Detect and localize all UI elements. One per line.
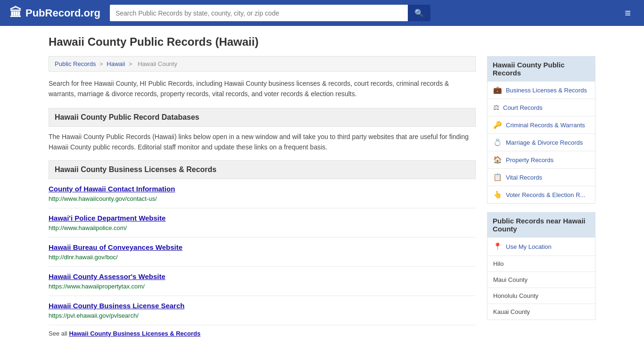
key-icon: 🔑	[493, 121, 502, 129]
scales-icon: ⚖	[493, 103, 499, 112]
sidebar-item-label: Criminal Records & Warrants	[506, 122, 585, 129]
record-entry: Hawaii County Assessor's Website https:/…	[49, 267, 476, 296]
sidebar-records-list: 💼 Business Licenses & Records ⚖ Court Re…	[487, 82, 595, 204]
record-entry: Hawaii Bureau of Conveyances Website htt…	[49, 238, 476, 267]
record-url-0[interactable]: http://www.hawaiicounty.gov/contact-us/	[49, 195, 157, 202]
sidebar-item-marriage[interactable]: 💍 Marriage & Divorce Records	[487, 134, 595, 151]
sidebar-item-business[interactable]: 💼 Business Licenses & Records	[487, 82, 595, 99]
briefcase-icon: 💼	[493, 86, 502, 94]
sidebar-item-label: Voter Records & Election R...	[506, 191, 585, 198]
breadcrumb-public-records[interactable]: Public Records	[55, 60, 96, 67]
page-description: Search for free Hawaii County, HI Public…	[49, 78, 476, 99]
record-title-4[interactable]: Hawaii County Business License Search	[49, 302, 476, 310]
nearby-kauai-label: Kauai County	[493, 308, 530, 315]
record-entry: Hawaii County Business License Search ht…	[49, 296, 476, 325]
sidebar-item-property[interactable]: 🏠 Property Records	[487, 151, 595, 169]
sidebar-item-label: Property Records	[506, 156, 553, 164]
use-my-location-label: Use My Location	[506, 243, 552, 250]
main-layout: Public Records > Hawaii > Hawaii County …	[49, 56, 595, 342]
logo-icon: 🏛	[9, 6, 22, 20]
hamburger-icon: ≡	[625, 7, 631, 19]
clipboard-icon: 📋	[493, 173, 502, 181]
breadcrumb-sep-1: >	[99, 60, 105, 67]
databases-body-text: The Hawaii County Public Records (Hawaii…	[49, 132, 476, 153]
main-content: Public Records > Hawaii > Hawaii County …	[49, 56, 476, 342]
search-button[interactable]: 🔍	[408, 5, 430, 21]
sidebar: Hawaii County Public Records 💼 Business …	[487, 56, 595, 342]
vote-icon: 👆	[493, 190, 502, 199]
house-icon: 🏠	[493, 156, 502, 164]
sidebar-item-court[interactable]: ⚖ Court Records	[487, 99, 595, 116]
search-input[interactable]	[110, 5, 408, 21]
see-all: See all Hawaii County Business Licenses …	[49, 325, 476, 342]
record-url-2[interactable]: http://dlnr.hawaii.gov/boc/	[49, 254, 118, 261]
record-title-0[interactable]: County of Hawaii Contact Information	[49, 185, 476, 193]
record-url-4[interactable]: https://pvl.ehawaii.gov/pvlsearch/	[49, 312, 139, 319]
see-all-prefix: See all	[49, 330, 69, 337]
record-title-2[interactable]: Hawaii Bureau of Conveyances Website	[49, 243, 476, 251]
sidebar-item-label: Business Licenses & Records	[506, 87, 587, 94]
breadcrumb-hawaii-county: Hawaii County	[138, 60, 177, 67]
record-title-3[interactable]: Hawaii County Assessor's Website	[49, 272, 476, 280]
sidebar-public-records-title: Hawaii County Public Records	[487, 56, 595, 82]
nearby-hilo[interactable]: Hilo	[487, 256, 595, 272]
search-area: 🔍	[110, 5, 430, 21]
breadcrumb-sep-2: >	[129, 60, 134, 67]
sidebar-item-criminal[interactable]: 🔑 Criminal Records & Warrants	[487, 116, 595, 134]
sidebar-item-label: Court Records	[503, 104, 543, 111]
nearby-honolulu[interactable]: Honolulu County	[487, 288, 595, 304]
sidebar-item-vital[interactable]: 📋 Vital Records	[487, 169, 595, 186]
see-all-link[interactable]: Hawaii County Business Licenses & Record…	[69, 330, 200, 337]
logo-text: PubRecord.org	[25, 7, 100, 19]
site-header: 🏛 PubRecord.org 🔍 ≡	[0, 0, 644, 26]
business-section-header: Hawaii County Business Licenses & Record…	[49, 160, 476, 179]
nearby-maui-label: Maui County	[493, 276, 528, 283]
sidebar-nearby-title: Public Records near Hawaii County	[487, 212, 595, 238]
record-title-1[interactable]: Hawai'i Police Department Website	[49, 214, 476, 222]
sidebar-item-label: Vital Records	[506, 174, 542, 181]
ring-icon: 💍	[493, 138, 502, 147]
search-icon: 🔍	[414, 9, 424, 17]
use-my-location-button[interactable]: 📍 Use My Location	[487, 238, 595, 256]
breadcrumb: Public Records > Hawaii > Hawaii County	[49, 56, 476, 72]
page-title: Hawaii County Public Records (Hawaii)	[49, 35, 595, 49]
page-wrapper: Hawaii County Public Records (Hawaii) Pu…	[39, 26, 605, 351]
sidebar-item-label: Marriage & Divorce Records	[506, 139, 583, 146]
site-logo[interactable]: 🏛 PubRecord.org	[9, 6, 100, 20]
menu-button[interactable]: ≡	[621, 5, 635, 21]
record-url-1[interactable]: http://www.hawaiipolice.com/	[49, 224, 127, 231]
nearby-hilo-label: Hilo	[493, 260, 504, 267]
record-url-3[interactable]: https://www.hawaiipropertytax.com/	[49, 283, 145, 290]
nearby-maui[interactable]: Maui County	[487, 272, 595, 288]
sidebar-item-voter[interactable]: 👆 Voter Records & Election R...	[487, 186, 595, 203]
breadcrumb-hawaii[interactable]: Hawaii	[107, 60, 125, 67]
location-pin-icon: 📍	[493, 242, 502, 251]
record-entry: Hawai'i Police Department Website http:/…	[49, 208, 476, 238]
sidebar-nearby: 📍 Use My Location Hilo Maui County Honol…	[487, 238, 595, 320]
nearby-kauai[interactable]: Kauai County	[487, 304, 595, 320]
databases-section-header: Hawaii County Public Record Databases	[49, 108, 476, 127]
record-entry: County of Hawaii Contact Information htt…	[49, 179, 476, 208]
business-entries: County of Hawaii Contact Information htt…	[49, 179, 476, 325]
nearby-honolulu-label: Honolulu County	[493, 292, 538, 299]
